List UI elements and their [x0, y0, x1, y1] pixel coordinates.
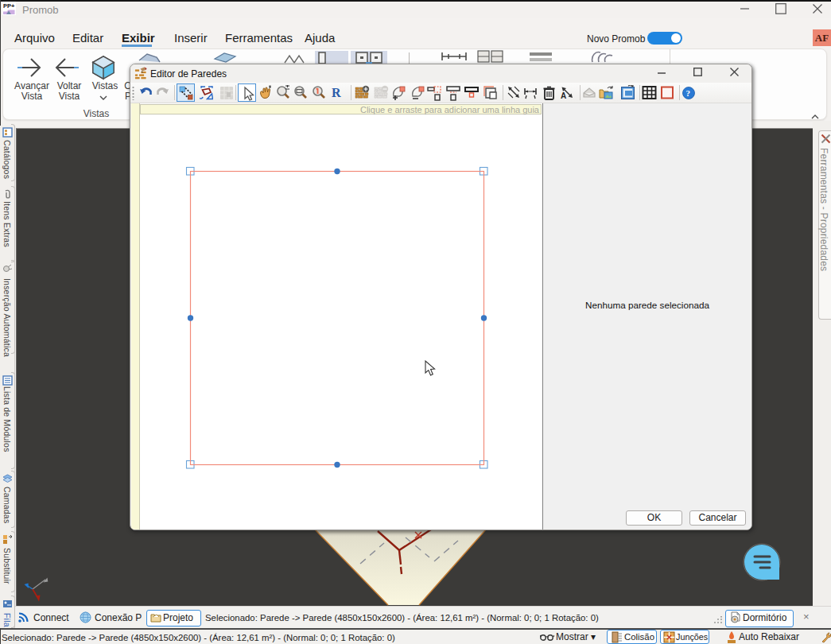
svg-text:A: A	[561, 91, 566, 100]
svg-text:?: ?	[686, 88, 691, 98]
svg-text:PP+: PP+	[3, 2, 15, 10]
